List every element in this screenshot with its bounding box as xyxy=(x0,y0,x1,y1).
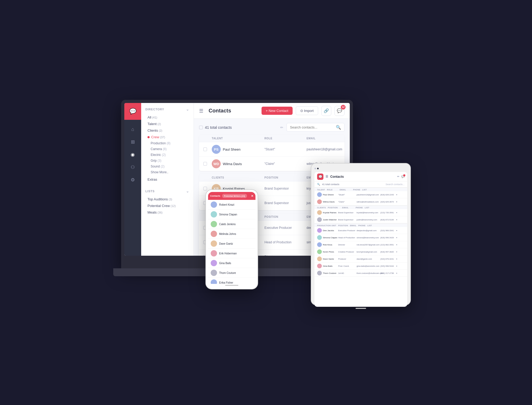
page-title: Contacts xyxy=(209,108,258,114)
contact-name-cell: WD Wilma Davis xyxy=(212,159,264,168)
phone-list-item[interactable]: Thom Couture xyxy=(208,268,255,278)
directory-section: DIRECTORY ⌄ All (41) Talent (2) Client xyxy=(141,103,194,185)
phone-avatar xyxy=(211,279,217,284)
phone-avatar xyxy=(211,231,217,237)
hamburger-icon[interactable]: ☰ xyxy=(199,108,203,114)
sidebar-sub-electric[interactable]: Electric (2) xyxy=(145,152,189,158)
tablet-row: Dee Jacobs Executive Producer deejacobs@… xyxy=(314,227,407,234)
sidebar-item-talent[interactable]: Talent (2) xyxy=(145,121,189,127)
phone-list: Robert Kirazi Simona Clapan Caleb Jenkin… xyxy=(208,200,255,284)
sidebar-item-crew[interactable]: Crew (37) xyxy=(145,134,189,140)
tablet-avatar xyxy=(317,210,322,215)
phone-list-item[interactable]: Gina Bails xyxy=(208,258,255,268)
logo-area[interactable]: 💬 xyxy=(124,103,141,120)
sidebar-sub-show-more[interactable]: Show More.. xyxy=(145,169,189,175)
tablet-avatar xyxy=(317,271,322,275)
phone-close-button[interactable]: ✕ xyxy=(251,194,253,198)
nav-settings[interactable]: ⚙ xyxy=(127,175,138,185)
import-button[interactable]: ⊙ Import xyxy=(296,106,318,115)
tablet-talent-label: TALENT ROLE EMAIL PHONE LIST xyxy=(314,187,407,191)
directory-chevron[interactable]: ⌄ xyxy=(186,107,189,111)
phone-avatar xyxy=(211,201,217,208)
tablet-topbar: 💬 ☰ Contacts ✏ 💬 xyxy=(314,172,407,181)
tablet-avatar xyxy=(317,264,322,268)
tablet-dots xyxy=(314,168,319,169)
tablet-hamburger[interactable]: ☰ xyxy=(326,175,328,178)
tablet-row: Justin Watcher Brand Supervisor justin@l… xyxy=(314,216,407,223)
tablet-device: 💬 ☰ Contacts ✏ 💬 🔍 41 total contacts Sea… xyxy=(311,163,411,305)
tablet-search-field[interactable]: Search contacts... xyxy=(386,183,405,186)
sidebar-item-clients[interactable]: Clients (2) xyxy=(145,127,189,134)
phone-avatar xyxy=(211,250,217,256)
tablet-search-icon: 🔍 xyxy=(317,183,320,186)
sidebar-item-potential-crew[interactable]: Potential Crew (12) xyxy=(145,203,189,209)
tablet-row: Dave Gantz Producer dave@gantz.com (310)… xyxy=(314,255,407,263)
link-icon-button[interactable]: 🔗 xyxy=(321,106,331,116)
row-checkbox[interactable] xyxy=(203,187,207,190)
lists-chevron[interactable]: ⌄ xyxy=(186,189,189,193)
phone-list-item[interactable]: Erika Fisher xyxy=(208,278,255,284)
phone-home-indicator xyxy=(225,285,238,286)
search-input[interactable] xyxy=(290,125,334,129)
row-checkbox[interactable] xyxy=(203,147,207,151)
tablet-avatar xyxy=(317,192,322,197)
tablet-row: Simona Clapan Head of Production simona@… xyxy=(314,234,407,241)
tablet-row: Gina Bails Prod. Coord. gina.bails@aesmi… xyxy=(314,263,407,270)
phone-screen: Contacts Potential Writers (13) ✕ Robert… xyxy=(208,192,255,287)
edit-icon[interactable]: ✏ xyxy=(280,125,283,130)
tablet-edit-icon[interactable]: ✏ xyxy=(397,175,399,178)
phone-list-item[interactable]: Melinda Johns xyxy=(208,229,255,239)
nav-briefcase[interactable]: ⊞ xyxy=(127,137,138,147)
tablet-avatar xyxy=(317,228,322,233)
sidebar-sub-camera[interactable]: Camera (8) xyxy=(145,146,189,152)
row-checkbox[interactable] xyxy=(203,162,207,166)
tablet-badge xyxy=(403,174,405,176)
nav-home[interactable]: ⌂ xyxy=(127,124,138,135)
sidebar-item-meals[interactable]: Meals (36) xyxy=(145,209,189,216)
phone-list-item[interactable]: Erik Hoberman xyxy=(208,249,255,258)
search-box: 🔍 xyxy=(287,123,344,132)
tablet-row: Wilma Davis "Claire" wilma@wilmaddavis.c… xyxy=(314,198,407,205)
tablet-avatar xyxy=(317,217,322,222)
tablet-avatar xyxy=(317,256,322,261)
tablet-dot xyxy=(314,168,316,169)
tablet-avatar xyxy=(317,242,322,247)
sidebar-sub-sound[interactable]: Sound (2) xyxy=(145,164,189,169)
new-contact-button[interactable]: + New Contact xyxy=(262,107,293,115)
sidebar-item-all[interactable]: All (41) xyxy=(145,114,189,121)
table-row: PS Paul Sheen "Stuart" paulsheen18@gmail… xyxy=(199,142,344,157)
tablet-title: Contacts xyxy=(330,175,395,179)
tablet-dots-area xyxy=(314,167,407,172)
notification-badge: 12 xyxy=(341,105,346,110)
phone-tab-contacts[interactable]: Contacts xyxy=(210,195,220,197)
lists-section: LISTS ⌄ Top Auditions (3) Potential Crew… xyxy=(141,185,194,218)
tablet-prod-label: PRODUCTION UNIT POSITION EMAIL PHONE LIS… xyxy=(314,223,407,227)
tablet-screen: 💬 ☰ Contacts ✏ 💬 🔍 41 total contacts Sea… xyxy=(314,172,407,307)
phone-list-item[interactable]: Robert Kirazi xyxy=(208,200,255,210)
phone-list-item[interactable]: Simona Clapan xyxy=(208,210,255,219)
avatar: WD xyxy=(212,159,221,168)
tablet-notification-icon[interactable]: 💬 xyxy=(401,175,405,178)
contact-name-cell: PS Paul Sheen xyxy=(212,145,264,154)
phone-list-item[interactable]: Caleb Jenkins xyxy=(208,219,255,229)
sidebar-sub-production[interactable]: Production (8) xyxy=(145,140,189,146)
phone-avatar xyxy=(211,240,217,247)
sidebar-sub-grip[interactable]: Grip (3) xyxy=(145,158,189,164)
phone-tab-writers[interactable]: Potential Writers (13) xyxy=(222,194,247,198)
tablet-row: Kevin Pines Creative Producer kevmpines@… xyxy=(314,248,407,255)
lists-header: LISTS ⌄ xyxy=(145,189,189,193)
scene: 💬 ⌂ ⊞ ◉ ⚇ ⚙ DIRECTORY ⌄ xyxy=(121,100,411,305)
tablet-total: 41 total contacts xyxy=(322,183,339,186)
tablet-dot-active xyxy=(317,168,319,169)
thom-couture-name: Thom Couture xyxy=(323,272,336,274)
nav-contacts[interactable]: ◉ xyxy=(127,149,138,160)
phone-avatar xyxy=(211,221,217,227)
phone-list-item[interactable]: Dave Gantz xyxy=(208,239,255,249)
phone-avatar xyxy=(211,211,217,218)
nav-group[interactable]: ⚇ xyxy=(127,162,138,172)
select-all-checkbox[interactable] xyxy=(199,126,203,129)
sidebar-item-extras[interactable]: Extras xyxy=(145,176,189,183)
notifications-button[interactable]: 💬 12 xyxy=(334,106,344,116)
phone-topbar: Contacts Potential Writers (13) ✕ xyxy=(208,192,255,200)
sidebar-item-top-auditions[interactable]: Top Auditions (3) xyxy=(145,196,189,203)
